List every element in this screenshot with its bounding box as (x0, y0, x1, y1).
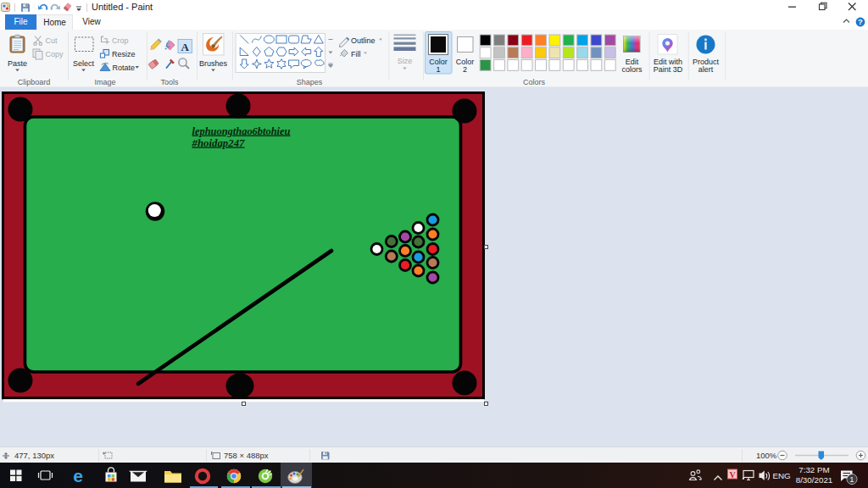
svg-text:Brushes: Brushes (199, 59, 228, 68)
svg-text:lephuongthao6btohieu: lephuongthao6btohieu (192, 125, 291, 137)
svg-text:Cut: Cut (46, 36, 58, 45)
svg-text:e: e (73, 466, 83, 485)
svg-text:V: V (729, 470, 736, 480)
svg-text:100%: 100% (756, 451, 777, 460)
svg-text:A: A (181, 41, 190, 53)
svg-text:Tools: Tools (160, 78, 179, 86)
svg-text:2: 2 (463, 65, 467, 74)
svg-text:Paste: Paste (8, 59, 27, 68)
svg-text:Rotate: Rotate (113, 64, 136, 72)
svg-text:Outline: Outline (351, 36, 376, 45)
svg-text:Colors: Colors (523, 78, 546, 86)
svg-text:Copy: Copy (46, 50, 64, 58)
svg-text:Fill: Fill (351, 50, 361, 58)
svg-text:Size: Size (398, 57, 413, 65)
svg-text:alert: alert (698, 65, 714, 74)
svg-text:Image: Image (94, 78, 115, 86)
svg-text:Paint 3D: Paint 3D (654, 65, 683, 74)
svg-text:1: 1 (849, 474, 854, 484)
svg-text:Shapes: Shapes (297, 78, 323, 86)
svg-text:477, 130px: 477, 130px (14, 451, 54, 460)
svg-text:Clipboard: Clipboard (18, 78, 51, 86)
svg-text:#hoidap247: #hoidap247 (192, 136, 245, 149)
svg-text:7:32 PM: 7:32 PM (798, 465, 830, 474)
svg-text:Crop: Crop (112, 36, 129, 45)
svg-text:Select: Select (73, 59, 95, 68)
svg-text:ENG: ENG (772, 471, 790, 480)
svg-text:Resize: Resize (112, 50, 136, 58)
svg-text:8/30/2021: 8/30/2021 (796, 475, 833, 485)
svg-text:758 × 488px: 758 × 488px (224, 451, 269, 460)
svg-text:colors: colors (621, 65, 643, 74)
svg-text:?: ? (858, 17, 863, 26)
svg-text:1: 1 (436, 65, 440, 74)
